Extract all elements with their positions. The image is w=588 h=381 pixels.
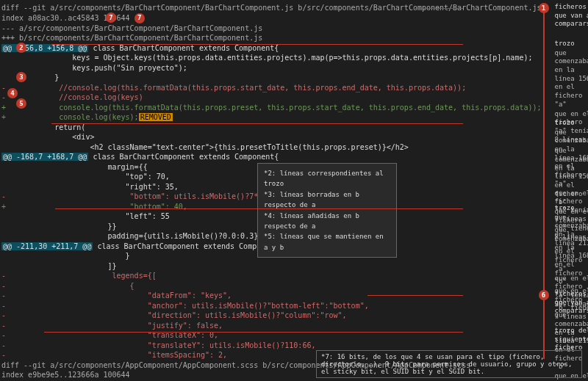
legend-row: *4: líneas añadidas en b respecto de a [264,211,390,232]
note-1: ficheros que van a compararse [555,3,588,29]
badge-1: 1 [539,3,549,13]
connector-6 [368,295,463,296]
code-line: ]} [1,261,542,272]
hunk2-range: @@ -168,7 +168,7 @@ class BarChartCompon… [1,152,542,162]
code-line: keys = Object.keys(this.props.data.entit… [1,53,542,63]
code-line: } [1,73,542,83]
code-line: <h2 className="text-center">{this.preset… [1,142,542,153]
badge-5: 5 [16,98,26,109]
connector-7 [44,332,463,333]
footer-note: *7: 16 bits, de los que 4 se usan para e… [316,350,582,378]
removed-line: - "justify": false, [1,321,542,331]
code-line: <div> [1,132,542,142]
removed-line: - //console.log(keys) [1,92,542,103]
connector-hunk2 [51,123,463,124]
annotations-panel: 1 ficheros que van a compararse trozo qu… [543,0,588,381]
removed-line: - "anchor": utils.isMobile()?"bottom-lef… [1,301,542,311]
added-line: + console.log(this.formatData(this.props… [1,103,542,113]
legend-row: *3: líneas borradas en b respecto de a [264,189,390,211]
badge-2: 2 [16,43,26,53]
legend-box: *2: líneas correspondientes al trozo *3:… [257,163,397,258]
connector-hunk1 [51,44,463,45]
badge-7-inline: 7 [135,13,145,23]
removed-line: - //console.log(this.formatData(this.pro… [1,83,542,93]
legend-row: *5: líneas que se mantienen en a y b [264,231,390,253]
code-line: keys.push("Sin proyecto"); [1,63,542,73]
removed-line: - legends={[ [1,271,542,281]
badge-7: 7 [106,12,116,23]
badge-4: 4 [7,88,18,98]
connector-1 [415,8,463,9]
diff-index-1: index a08ac30..ac45843 100644 7 [1,13,542,23]
note-6: ficheros que van a compararse [555,290,588,316]
legend-row: *2: líneas correspondientes al trozo [264,168,390,189]
diff-minus-1: --- a/src/components/BarChartComponent/B… [1,23,542,34]
diff-plus-1: +++ b/src/components/BarChartComponent/B… [1,33,542,43]
badge-6: 6 [539,290,549,300]
badge-3: 3 [16,72,26,82]
removed-line: - "translateY": utils.isMobile()?110:66, [1,341,542,351]
removed-line: - "direction": utils.isMobile()?"column"… [1,311,542,321]
added-line: + console.log(keys);REMOVED [1,112,542,123]
annotation-connector-line [543,6,545,359]
removed-line: - { [1,281,542,291]
note-7: trozo del siguiente fichero [555,327,588,353]
connector-hunk3 [55,208,463,209]
